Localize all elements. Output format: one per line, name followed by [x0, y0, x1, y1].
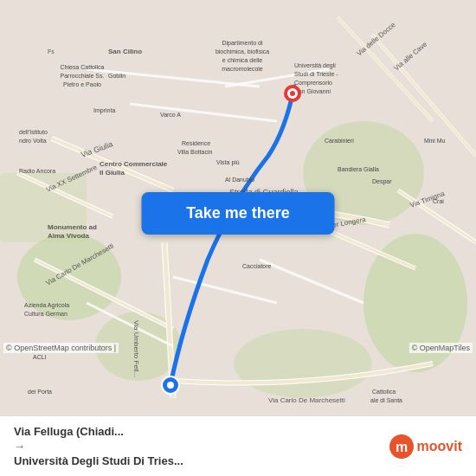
main-container: Via Giulia Via XX Settembre Strada di Gu… [0, 0, 476, 476]
svg-text:Radio Ancora: Radio Ancora [19, 168, 55, 174]
svg-text:Despar: Despar [372, 178, 392, 185]
moovit-icon: m [389, 434, 414, 459]
route-info: Via Felluga (Chiadi... → Università Degl… [14, 425, 183, 467]
svg-text:biochimica, biofisica: biochimica, biofisica [215, 48, 269, 55]
svg-text:Studi di Trieste -: Studi di Trieste - [294, 71, 338, 77]
svg-point-80 [290, 91, 295, 96]
route-to: Università Degli Studi Di Tries... [14, 454, 183, 467]
svg-text:m: m [395, 440, 407, 454]
svg-text:ale di Santa: ale di Santa [370, 397, 402, 403]
svg-text:Il Giulia: Il Giulia [100, 169, 125, 177]
svg-text:dell'Istituto: dell'Istituto [19, 129, 48, 135]
svg-text:Imprinta: Imprinta [93, 107, 115, 114]
svg-text:Goblin: Goblin [108, 73, 125, 79]
svg-text:Carabinieri: Carabinieri [325, 138, 354, 144]
svg-text:ACLI: ACLI [33, 354, 47, 360]
svg-point-82 [167, 382, 174, 389]
svg-text:Bandiera Gialla: Bandiera Gialla [338, 166, 379, 172]
svg-text:e chimica delle: e chimica delle [222, 57, 262, 63]
take-me-there-label: Take me there [186, 204, 290, 222]
svg-text:Cultura German: Cultura German [24, 311, 68, 317]
map-attribution: © OpenStreetMap contributors | [3, 343, 119, 353]
svg-text:Alma Vivoda: Alma Vivoda [48, 232, 89, 240]
svg-text:San Cilino: San Cilino [108, 48, 142, 55]
svg-text:Università degli: Università degli [294, 62, 336, 69]
svg-text:Residence: Residence [182, 140, 210, 146]
svg-text:Parrocchiale Ss.: Parrocchiale Ss. [61, 73, 105, 79]
map-area: Via Giulia Via XX Settembre Strada di Gu… [0, 0, 476, 415]
svg-text:Via Carlo De Marchesetti: Via Carlo De Marchesetti [268, 396, 345, 404]
svg-text:ndro Volta: ndro Volta [19, 138, 47, 144]
svg-text:Villa Bottacin: Villa Bottacin [177, 149, 212, 155]
svg-text:dei Porta: dei Porta [28, 389, 52, 395]
svg-text:Monumento ad: Monumento ad [48, 223, 97, 231]
svg-text:Centro Commerciale: Centro Commerciale [100, 160, 168, 168]
svg-text:Comprensorio: Comprensorio [294, 80, 332, 87]
svg-point-5 [234, 329, 372, 398]
svg-text:macromolecole: macromolecole [222, 66, 263, 72]
svg-text:Vista più: Vista più [216, 159, 240, 166]
svg-text:Varco A: Varco A [160, 112, 181, 118]
svg-text:Fs: Fs [48, 48, 55, 55]
svg-text:Azienda Agricola: Azienda Agricola [24, 302, 69, 309]
svg-text:Via Umberto Fell...: Via Umberto Fell... [132, 320, 140, 377]
svg-text:Mini Mu: Mini Mu [424, 138, 446, 144]
svg-text:Pietro e Paolo: Pietro e Paolo [63, 81, 101, 87]
route-from: Via Felluga (Chiadi... [14, 425, 183, 438]
svg-text:Cattolica: Cattolica [372, 389, 396, 395]
svg-text:Cacciatore: Cacciatore [242, 263, 272, 269]
omt-attribution: © OpenMapTiles [409, 343, 473, 353]
bottom-bar: Via Felluga (Chiadi... → Università Degl… [0, 415, 476, 476]
moovit-logo: m moovit [389, 434, 462, 459]
take-me-there-button[interactable]: Take me there [142, 192, 335, 235]
route-arrow: → [14, 440, 183, 453]
moovit-logo-text: moovit [417, 439, 462, 454]
svg-text:Al Danubio: Al Danubio [225, 177, 254, 183]
svg-text:Crai: Crai [433, 198, 444, 204]
svg-text:Chiesa Cattolica: Chiesa Cattolica [61, 64, 105, 70]
svg-text:Dipartimento di: Dipartimento di [222, 40, 263, 47]
